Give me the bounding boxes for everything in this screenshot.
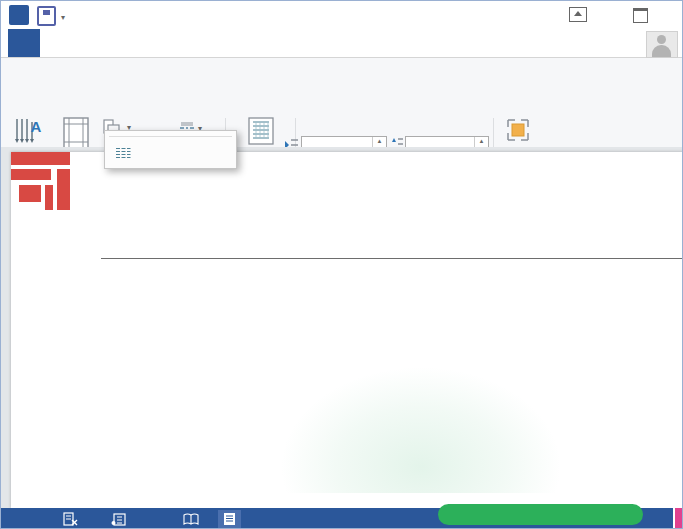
watermark-corner-fragment (673, 508, 683, 529)
svg-text:A: A (31, 118, 42, 135)
macro-record-icon[interactable] (111, 513, 126, 526)
undo-icon[interactable]: ▾ (61, 2, 65, 31)
watermark-url-pill (438, 504, 643, 525)
maximize-button[interactable] (633, 8, 648, 23)
print-layout-view-button[interactable] (218, 510, 241, 528)
avatar[interactable] (646, 31, 678, 58)
text-column-1 (121, 313, 251, 387)
tab-file[interactable] (8, 29, 40, 57)
save-icon[interactable] (37, 6, 56, 26)
proofing-status-icon[interactable] (63, 512, 79, 526)
more-columns-menu-item[interactable] (105, 140, 236, 166)
document-area (1, 147, 683, 508)
ribbon-tab-row (1, 29, 682, 58)
background-watermark-circle (281, 367, 561, 508)
red-stamp-watermark (11, 152, 70, 210)
word-window: ▾ A ▾ (0, 0, 683, 529)
arrange-icon (504, 116, 532, 144)
margins-icon (61, 116, 91, 150)
text-direction-icon: A (11, 116, 45, 150)
stamp-number (19, 185, 41, 202)
grid-paper-icon (247, 116, 275, 146)
grid-paper-settings-button[interactable] (233, 116, 289, 150)
columns-dropdown-menu (104, 130, 237, 169)
read-mode-view-button[interactable] (178, 511, 204, 528)
menu-separator (109, 136, 232, 137)
document-page[interactable] (11, 152, 683, 508)
title-bar: ▾ (1, 1, 682, 30)
text-column-2 (331, 313, 461, 387)
ribbon-display-options-icon[interactable] (569, 7, 587, 22)
header-rule (101, 258, 683, 259)
word-app-icon (9, 5, 29, 25)
more-columns-icon (115, 147, 131, 159)
text-column-3 (514, 313, 644, 387)
